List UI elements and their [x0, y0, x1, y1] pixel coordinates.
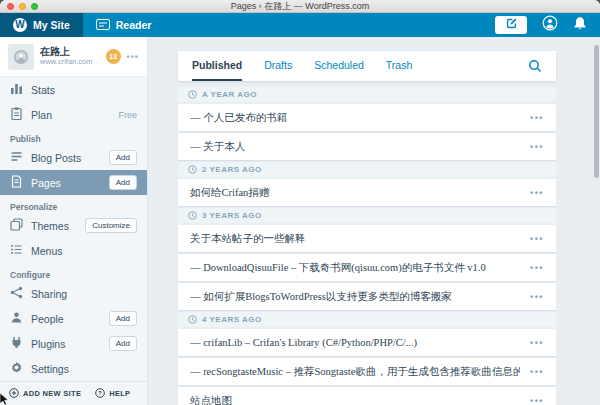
- tab-drafts[interactable]: Drafts: [264, 51, 292, 81]
- window-controls: [7, 3, 38, 10]
- help-label: HELP: [109, 389, 130, 398]
- sidebar-item-plan[interactable]: Plan Free: [0, 102, 147, 127]
- customize-theme-button[interactable]: Customize: [85, 218, 137, 233]
- ellipsis-menu-icon[interactable]: •••: [530, 396, 544, 405]
- page-title: — 如何扩展BlogsToWordPress以支持更多类型的博客搬家: [190, 290, 520, 304]
- section-label-personalize: Personalize: [0, 195, 147, 213]
- page-title: — recSongtasteMusic – 推荐Songtaste歌曲，用于生成…: [190, 365, 520, 379]
- minimize-window-button[interactable]: [19, 3, 26, 10]
- themes-label: Themes: [31, 220, 69, 232]
- plan-icon: [10, 107, 23, 122]
- vertical-scrollbar-thumb[interactable]: [594, 45, 599, 178]
- blog-posts-label: Blog Posts: [31, 152, 81, 164]
- sidebar-item-pages[interactable]: Pages Add: [0, 170, 147, 195]
- sidebar-item-settings[interactable]: Settings: [0, 356, 147, 381]
- date-group-header: A YEAR AGO: [178, 87, 556, 102]
- site-avatar: [8, 44, 34, 70]
- site-switcher-card[interactable]: 在路上 www.crifan.com 13 •••: [0, 37, 147, 77]
- plugins-label: Plugins: [31, 338, 65, 350]
- sidebar-item-blog-posts[interactable]: Blog Posts Add: [0, 145, 147, 170]
- reader-icon: [96, 19, 110, 32]
- pages-label: Pages: [31, 177, 61, 189]
- page-list-item[interactable]: — 个人已发布的书籍 •••: [178, 104, 556, 131]
- add-plugin-button[interactable]: Add: [109, 336, 137, 351]
- ellipsis-menu-icon[interactable]: •••: [530, 338, 544, 348]
- new-post-button[interactable]: [495, 16, 527, 34]
- sidebar-item-stats[interactable]: Stats: [0, 77, 147, 102]
- date-group-label: 3 YEARS AGO: [202, 211, 262, 220]
- date-group-header: 4 YEARS AGO: [178, 312, 556, 327]
- tab-scheduled[interactable]: Scheduled: [314, 51, 364, 81]
- page-title: 如何给Crifan捐赠: [190, 186, 520, 200]
- ellipsis-menu-icon[interactable]: •••: [530, 188, 544, 198]
- page-list-item[interactable]: — 如何扩展BlogsToWordPress以支持更多类型的博客搬家 •••: [178, 283, 556, 310]
- people-label: People: [31, 313, 64, 325]
- add-new-site-link[interactable]: ADD NEW SITE: [9, 388, 81, 400]
- ellipsis-menu-icon[interactable]: •••: [530, 263, 544, 273]
- site-update-badge: 13: [106, 49, 121, 64]
- close-window-button[interactable]: [7, 3, 14, 10]
- sidebar-item-people[interactable]: People Add: [0, 306, 147, 331]
- clock-icon: [188, 211, 197, 220]
- tab-trash[interactable]: Trash: [386, 51, 412, 81]
- page-list-item[interactable]: — 关于本人 •••: [178, 133, 556, 160]
- sidebar-item-menus[interactable]: Menus: [0, 238, 147, 263]
- ellipsis-menu-icon[interactable]: •••: [530, 142, 544, 152]
- add-people-button[interactable]: Add: [109, 311, 137, 326]
- help-link[interactable]: ? HELP: [95, 388, 130, 400]
- date-group-header: 2 YEARS AGO: [178, 162, 556, 177]
- page-list-item[interactable]: 站点地图 •••: [178, 387, 556, 405]
- page-list-item[interactable]: — recSongtasteMusic – 推荐Songtaste歌曲，用于生成…: [178, 358, 556, 385]
- zoom-window-button[interactable]: [31, 3, 38, 10]
- search-icon[interactable]: [528, 51, 542, 81]
- page-title: — 个人已发布的书籍: [190, 111, 520, 125]
- ellipsis-menu-icon[interactable]: •••: [530, 367, 544, 377]
- add-page-button[interactable]: Add: [109, 175, 137, 190]
- sidebar-footer: ADD NEW SITE ? HELP: [0, 381, 147, 405]
- sharing-icon: [10, 286, 23, 301]
- sidebar-item-themes[interactable]: Themes Customize: [0, 213, 147, 238]
- ellipsis-menu-icon[interactable]: •••: [530, 234, 544, 244]
- window-title: Pages ‹ 在路上 — WordPress.com: [231, 0, 369, 13]
- mouse-cursor: [0, 391, 9, 405]
- page-title: — 关于本人: [190, 140, 520, 154]
- status-tab-bar: Published Drafts Scheduled Trash: [178, 51, 556, 81]
- page-title: 站点地图: [190, 394, 520, 405]
- wordpress-logo-icon: W: [13, 18, 27, 32]
- site-meta: 在路上 www.crifan.com: [40, 46, 93, 66]
- site-url: www.crifan.com: [40, 58, 93, 67]
- compose-icon: [505, 16, 518, 34]
- settings-gear-icon: [10, 361, 23, 376]
- clock-icon: [188, 165, 197, 174]
- date-group-header: 3 YEARS AGO: [178, 208, 556, 223]
- plan-free-badge: Free: [118, 110, 137, 120]
- settings-label: Settings: [31, 363, 69, 375]
- plus-circle-icon: [9, 388, 19, 400]
- app-body: 在路上 www.crifan.com 13 ••• Stats Plan Fre…: [0, 37, 600, 405]
- menus-label: Menus: [31, 245, 63, 257]
- site-options-ellipsis-icon[interactable]: •••: [127, 52, 139, 62]
- sidebar: 在路上 www.crifan.com 13 ••• Stats Plan Fre…: [0, 37, 148, 405]
- page-list: A YEAR AGO — 个人已发布的书籍 ••• — 关于本人 ••• 2 Y…: [178, 87, 556, 405]
- notifications-bell-button[interactable]: [573, 16, 587, 35]
- add-blog-post-button[interactable]: Add: [109, 150, 137, 165]
- pages-content: Published Drafts Scheduled Trash A YEAR …: [148, 37, 600, 405]
- page-title: — DownloadQisuuFile – 下载奇书网(qisuu.com)的电…: [190, 261, 520, 275]
- page-list-item[interactable]: 关于本站帖子的一些解释 •••: [178, 225, 556, 252]
- people-icon: [10, 311, 23, 326]
- sidebar-item-sharing[interactable]: Sharing: [0, 281, 147, 306]
- reader-tab[interactable]: Reader: [83, 13, 165, 37]
- ellipsis-menu-icon[interactable]: •••: [530, 113, 544, 123]
- tab-published[interactable]: Published: [192, 51, 242, 81]
- page-list-item[interactable]: — crifanLib – Crifan's Library (C#/Pytho…: [178, 329, 556, 356]
- help-circle-icon: ?: [95, 388, 105, 400]
- ellipsis-menu-icon[interactable]: •••: [530, 292, 544, 302]
- page-list-item[interactable]: — DownloadQisuuFile – 下载奇书网(qisuu.com)的电…: [178, 254, 556, 281]
- clock-icon: [188, 90, 197, 99]
- me-profile-button[interactable]: [542, 15, 558, 35]
- sidebar-item-plugins[interactable]: Plugins Add: [0, 331, 147, 356]
- reader-label: Reader: [116, 19, 152, 31]
- clock-icon: [188, 315, 197, 324]
- page-list-item[interactable]: 如何给Crifan捐赠 •••: [178, 179, 556, 206]
- my-site-tab[interactable]: W My Site: [0, 13, 83, 37]
